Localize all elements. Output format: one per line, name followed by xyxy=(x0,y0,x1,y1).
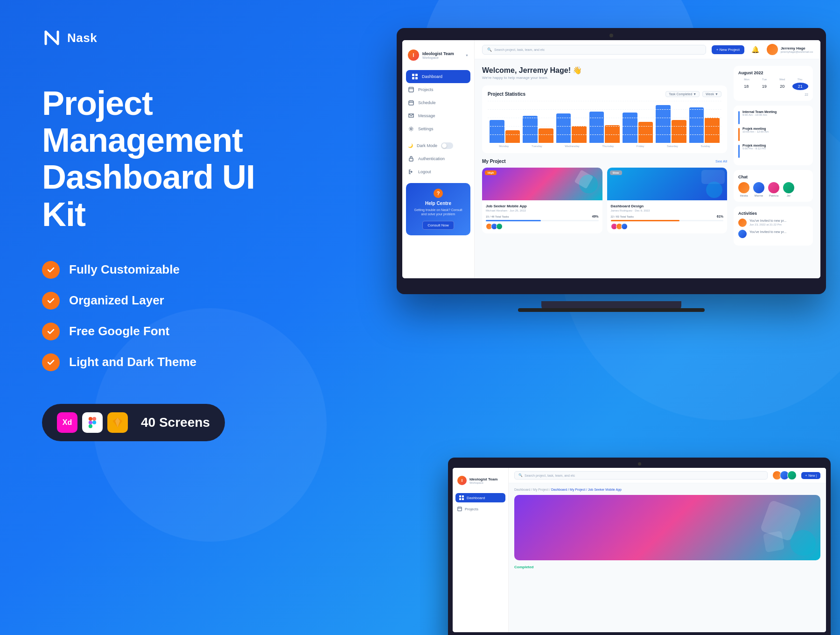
search-bar[interactable]: 🔍 Search project, task, team, and etc xyxy=(482,45,706,55)
activities-title: Activities xyxy=(738,211,808,216)
chat-person-jer: Jer xyxy=(783,182,794,197)
search-icon: 🔍 xyxy=(487,48,492,52)
workspace-info: Ideologist Team Workspace xyxy=(422,51,462,59)
help-consult-button[interactable]: Consult Now xyxy=(422,221,454,230)
svg-point-18 xyxy=(410,128,412,130)
notification-icon[interactable]: 🔔 xyxy=(750,44,761,55)
bottom-avatar-3 xyxy=(787,471,797,480)
chart-title: Project Statistics xyxy=(488,92,525,97)
settings-nav-icon xyxy=(408,126,414,132)
project-meta-1: Michael Abraham · Jun 25, 2022 xyxy=(486,209,599,212)
toggle-knob xyxy=(442,143,447,148)
laptop-foot xyxy=(518,308,705,312)
chat-name-jer: Jer xyxy=(787,194,791,197)
feature-item-4: Light and Dark Theme xyxy=(42,353,303,371)
workspace-avatar: I xyxy=(408,49,419,61)
tiny-avatar-6 xyxy=(621,223,628,230)
feature-label-2: Organized Layer xyxy=(69,293,164,308)
event-info-3: Projek meeting 5:00 Pm - 8:12 Pm xyxy=(742,144,808,150)
sidebar-item-logout[interactable]: Logout xyxy=(402,165,474,178)
chart-filter-task[interactable]: Task Completed ▼ xyxy=(665,91,700,97)
workspace-name: Ideologist Team xyxy=(422,51,462,56)
dark-mode-toggle[interactable]: 🌙 Dark Mode xyxy=(402,139,474,152)
sidebar-auth-label: Authentication xyxy=(418,156,445,161)
bottom-nav-projects[interactable]: Projects xyxy=(453,504,508,514)
bar-orange-5 xyxy=(672,120,686,143)
sidebar-item-settings[interactable]: Settings xyxy=(402,122,474,135)
progress-fill-1 xyxy=(486,220,541,221)
bottom-content: Dashboard / My Project / Dashboard / My … xyxy=(509,483,826,632)
chat-person-patricia: Patricia xyxy=(768,182,779,197)
cal-date-21-today[interactable]: 21 xyxy=(792,83,809,90)
project-meta-2: James Rodriguez · Dec 9, 2022 xyxy=(611,209,724,212)
progress-bar-2 xyxy=(611,220,724,221)
bottom-laptop-camera xyxy=(638,462,641,466)
tools-badge: Xd 40 Screens xyxy=(42,404,225,441)
sidebar-item-projects[interactable]: Projects xyxy=(402,83,474,96)
activity-item-2: You've Invited to new pr... xyxy=(738,230,808,238)
project-badge-slow: Slow xyxy=(610,170,622,175)
chat-name-marine: Marine xyxy=(755,194,763,197)
project-tasks-1: 15 / 48 Total Tasks xyxy=(486,215,509,218)
new-project-button[interactable]: + New Project xyxy=(712,45,744,54)
dashboard-content: Welcome, Jerremy Hage! 👋 We're happy to … xyxy=(475,59,820,278)
svg-rect-1 xyxy=(92,417,96,421)
bottom-main: 🔍 Search project, task, team, and etc + … xyxy=(509,468,826,632)
bar-orange-1 xyxy=(539,128,553,143)
bottom-search[interactable]: 🔍 Search project, task, team, and etc xyxy=(514,471,768,480)
svg-rect-23 xyxy=(462,498,464,500)
user-info: Jerremy Hage jeremyhage@workmail.co xyxy=(767,44,813,55)
sidebar-item-schedule[interactable]: Schedule xyxy=(402,96,474,109)
bar-orange-6 xyxy=(705,118,720,143)
chat-card: Chat Hestia Marine xyxy=(734,170,813,202)
bottom-new-button[interactable]: + New | xyxy=(801,472,820,479)
svg-rect-2 xyxy=(89,421,92,424)
sidebar-item-auth[interactable]: Authentication xyxy=(402,152,474,165)
bottom-workspace: I Ideologist Team Workspace xyxy=(453,473,508,488)
workspace-selector[interactable]: I Ideologist Team Workspace ▼ xyxy=(402,46,474,64)
svg-rect-19 xyxy=(409,158,413,161)
user-details: Jerremy Hage jeremyhage@workmail.co xyxy=(781,46,813,53)
sketch-icon xyxy=(107,412,128,433)
bottom-nav-dashboard[interactable]: Dashboard xyxy=(455,493,505,502)
projects-title: My Project xyxy=(482,159,506,164)
project-pct-2: 61% xyxy=(717,215,723,218)
event-time-3: 5:00 Pm - 8:12 Pm xyxy=(742,147,808,150)
schedule-nav-icon xyxy=(408,99,414,106)
chart-filter-week[interactable]: Week ▼ xyxy=(702,91,721,97)
workspace-chevron-icon: ▼ xyxy=(465,54,469,57)
project-card-job-seeker: High Job Seeker Mobile App Michael Abrah… xyxy=(482,168,602,233)
project-progress-row-2: 22 / 83 Total Tasks 61% xyxy=(611,215,724,218)
svg-rect-3 xyxy=(89,424,92,428)
event-item-3: Projek meeting 5:00 Pm - 8:12 Pm xyxy=(738,144,808,158)
laptop-screen: I Ideologist Team Workspace ▼ Dashboard xyxy=(402,40,820,278)
breadcrumb-current: Dashboard / My Project / Job Seeker Mobi… xyxy=(551,488,622,491)
chat-avatar-marine xyxy=(753,182,764,193)
bottom-sidebar: I Ideologist Team Workspace Dashboard Pr… xyxy=(453,468,509,632)
sidebar-projects-label: Projects xyxy=(418,87,434,92)
bottom-workspace-type: Workspace xyxy=(469,481,497,484)
user-avatar xyxy=(767,44,778,55)
svg-rect-9 xyxy=(415,74,418,76)
dark-mode-switch[interactable] xyxy=(441,142,453,149)
event-time-1: 9:00 Am - 10:00 Am xyxy=(742,113,808,116)
projects-nav-icon xyxy=(408,86,414,93)
user-name: Jerremy Hage xyxy=(781,46,813,50)
projects-grid: High Job Seeker Mobile App Michael Abrah… xyxy=(482,168,727,233)
cal-date-20: 20 xyxy=(774,83,791,90)
sidebar-item-message[interactable]: Message xyxy=(402,109,474,122)
bottom-search-icon: 🔍 xyxy=(518,473,523,477)
bar-orange-4 xyxy=(638,122,653,143)
see-all-link[interactable]: See All xyxy=(715,159,727,163)
tool-icons: Xd xyxy=(57,412,128,433)
sidebar-item-dashboard[interactable]: Dashboard xyxy=(406,70,470,83)
dashboard-center: Welcome, Jerremy Hage! 👋 We're happy to … xyxy=(482,66,727,272)
svg-rect-14 xyxy=(409,101,413,105)
message-nav-icon xyxy=(408,113,414,119)
cal-date-19: 19 xyxy=(756,83,773,90)
bottom-project-header xyxy=(514,495,820,560)
feature-check-3 xyxy=(42,323,60,340)
bar-blue-1 xyxy=(523,116,538,143)
event-name-1: Internal Team Meeting xyxy=(742,110,808,113)
deco-shape-3 xyxy=(763,531,784,552)
